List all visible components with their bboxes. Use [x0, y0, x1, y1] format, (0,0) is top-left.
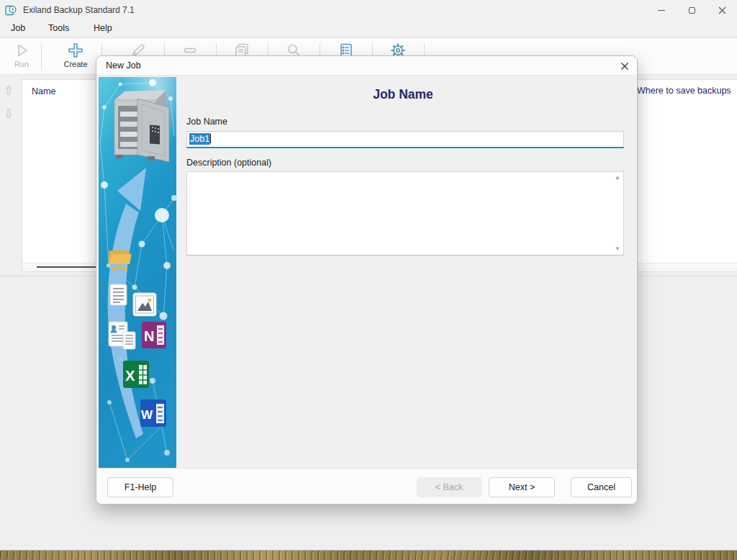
dialog-footer: F1-Help < Back Next > Cancel — [96, 468, 637, 504]
create-button[interactable]: Create — [55, 42, 96, 68]
job-name-label: Job Name — [186, 117, 227, 127]
document-icon — [110, 284, 127, 305]
run-icon — [13, 42, 30, 59]
help-button[interactable]: F1-Help — [107, 477, 173, 497]
job-name-input[interactable]: Job1 — [186, 131, 624, 148]
dialog-title: New Job — [106, 56, 141, 76]
maximize-button[interactable] — [677, 0, 707, 20]
dialog-close-button[interactable] — [618, 60, 631, 73]
job-name-selected-text: Job1 — [189, 133, 210, 145]
dialog-body: N X W Job Name — [96, 76, 637, 468]
minimize-icon — [658, 10, 665, 11]
hscrollbar-thumb[interactable] — [37, 266, 98, 268]
photo-icon — [133, 293, 156, 316]
menu-tools[interactable]: Tools — [48, 23, 69, 33]
run-button[interactable]: Run — [1, 42, 42, 68]
excel-icon: X — [123, 361, 149, 388]
menubar: Job Tools Help — [0, 20, 737, 38]
job-order-strip: ⇧ ⇩ — [0, 75, 20, 276]
onenote-icon: N — [142, 322, 166, 348]
cancel-button[interactable]: Cancel — [571, 477, 632, 497]
svg-text:N: N — [144, 328, 154, 344]
desktop-wallpaper-strip — [0, 551, 737, 560]
run-label: Run — [1, 60, 42, 68]
back-button[interactable]: < Back — [417, 477, 481, 497]
job-list-column-header[interactable]: Name — [32, 86, 55, 96]
toolbar-separator — [41, 43, 42, 71]
create-label: Create — [55, 60, 96, 68]
create-icon — [67, 42, 84, 59]
maximize-icon — [689, 7, 695, 14]
destination-panel-footer — [634, 263, 737, 271]
description-textarea[interactable]: ▲ ▼ — [186, 171, 624, 256]
text-caret — [210, 134, 211, 143]
svg-text:X: X — [125, 368, 135, 384]
scroll-up-icon[interactable]: ▲ — [615, 175, 620, 181]
wizard-artwork: N X W — [99, 77, 176, 468]
close-icon — [621, 63, 628, 70]
description-label: Description (optional) — [186, 158, 271, 168]
svg-text:W: W — [141, 408, 153, 422]
close-button[interactable] — [707, 0, 737, 20]
safe-image — [114, 90, 169, 162]
screen: Exiland Backup Standard 7.1 Job Tools He… — [0, 0, 737, 560]
titlebar: Exiland Backup Standard 7.1 — [0, 0, 737, 20]
scroll-down-icon[interactable]: ▼ — [615, 246, 620, 252]
menu-job[interactable]: Job — [11, 23, 25, 33]
minimize-button[interactable] — [646, 0, 677, 20]
move-up-icon[interactable]: ⇧ — [4, 85, 14, 97]
menu-help[interactable]: Help — [94, 23, 112, 33]
next-button[interactable]: Next > — [489, 477, 555, 497]
close-icon — [718, 6, 726, 14]
wizard-step-heading: Job Name — [176, 87, 630, 102]
word-icon: W — [140, 399, 166, 427]
app-logo-icon — [4, 4, 17, 17]
window-controls — [646, 0, 737, 20]
new-job-dialog: New Job — [96, 55, 638, 505]
move-down-icon[interactable]: ⇩ — [4, 108, 14, 120]
window-title: Exiland Backup Standard 7.1 — [23, 5, 135, 15]
backup-destination-header: Where to save backups — [637, 86, 731, 96]
backup-destination-panel: Where to save backups — [633, 79, 737, 272]
dialog-titlebar: New Job — [96, 56, 637, 76]
